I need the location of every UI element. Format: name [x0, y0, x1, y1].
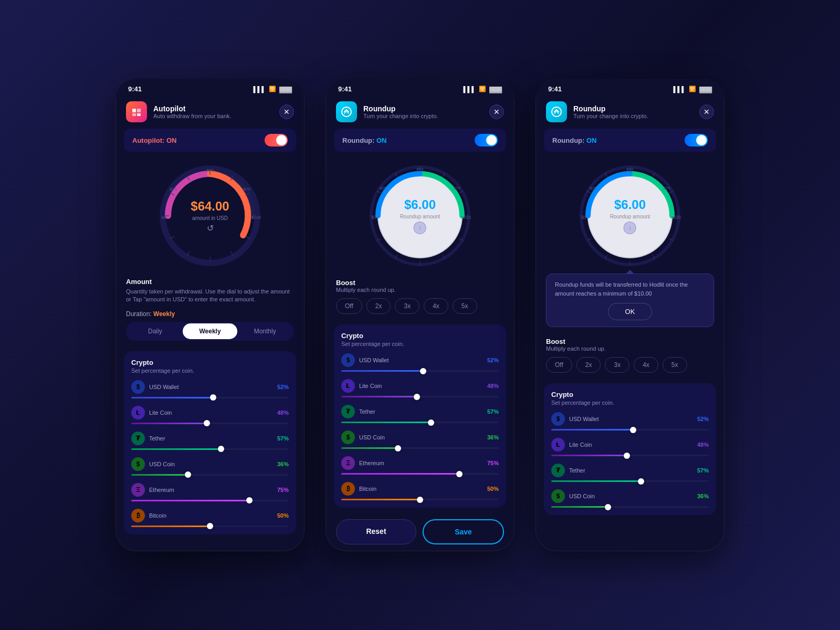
- crypto-section-3: Crypto Set percentage per coin. $ USD Wa…: [544, 383, 716, 515]
- btc-thumb-1[interactable]: [207, 523, 213, 529]
- usdc-pct-3: 36%: [697, 493, 709, 499]
- app-title-3: Roundup: [573, 104, 693, 113]
- status-bar-3: 9:41 ▌▌▌ 🛜 ▓▓▓: [536, 79, 724, 97]
- close-button-3[interactable]: ✕: [699, 104, 714, 119]
- usdc-slider-3[interactable]: [551, 506, 709, 508]
- tether-name-1: Tether: [149, 435, 273, 442]
- lite-coin-icon-3: Ł: [551, 438, 565, 452]
- toggle-switch-3[interactable]: [685, 134, 708, 146]
- dial-section-3: $0 $50 $25 $75 $100: [536, 158, 724, 274]
- usd-wallet-thumb-2[interactable]: [420, 368, 426, 374]
- dial-amount-3[interactable]: $6.00: [610, 197, 650, 213]
- boost-5x-2[interactable]: 5x: [453, 298, 477, 314]
- tooltip-text-3: Roundup funds will be transferred to Hod…: [555, 280, 705, 298]
- app-title-2: Roundup: [363, 104, 483, 113]
- app-subtitle-2: Turn your change into crypto.: [363, 113, 483, 119]
- eth-pct-1: 75%: [277, 487, 289, 493]
- usd-wallet-slider-3[interactable]: [551, 429, 709, 430]
- usdc-thumb-1[interactable]: [185, 471, 191, 478]
- boost-off-3[interactable]: Off: [546, 357, 572, 373]
- reset-button-2[interactable]: Reset: [336, 519, 416, 544]
- tether-slider-3[interactable]: [551, 480, 709, 482]
- lite-coin-slider-1[interactable]: [131, 423, 289, 424]
- app-title-group-1: Autopilot Auto withdraw from your bank.: [153, 104, 273, 119]
- dial-container-3[interactable]: $0 $50 $25 $75 $100: [578, 163, 682, 268]
- eth-icon-1: Ξ: [131, 483, 145, 497]
- app-icon-roundup-2: [336, 101, 357, 122]
- toggle-row-3: Roundup: ON: [544, 129, 716, 152]
- boost-buttons-2: Off 2x 3x 4x 5x: [336, 298, 504, 314]
- lite-coin-name-1: Lite Coin: [149, 410, 273, 416]
- close-button-1[interactable]: ✕: [279, 104, 294, 119]
- lite-coin-thumb-1[interactable]: [204, 420, 210, 426]
- crypto-section-2: Crypto Set percentage per coin. $ USD Wa…: [334, 324, 506, 508]
- boost-3x-3[interactable]: 3x: [605, 357, 629, 373]
- reset-icon-1[interactable]: ↺: [191, 223, 229, 233]
- tab-weekly[interactable]: Weekly: [183, 323, 238, 339]
- crypto-item-usd-3: $ USD Wallet 52%: [551, 412, 709, 430]
- boost-4x-3[interactable]: 4x: [634, 357, 658, 373]
- battery-icon-2: ▓▓▓: [489, 86, 502, 92]
- crypto-title-3: Crypto: [551, 391, 709, 398]
- dial-container-2[interactable]: $0 $50 $25 $75 $100: [368, 163, 472, 268]
- usd-wallet-thumb-3[interactable]: [630, 427, 636, 433]
- app-subtitle-1: Auto withdraw from your bank.: [153, 113, 273, 119]
- btc-thumb-2[interactable]: [417, 497, 423, 503]
- btc-icon-2: ₿: [341, 482, 355, 496]
- dial-container-1[interactable]: $0 $50 $25 $75 $100 $64.00 amount in USD…: [158, 163, 262, 268]
- tether-thumb-2[interactable]: [428, 419, 434, 426]
- usdc-slider-2[interactable]: [341, 447, 499, 449]
- usdc-slider-1[interactable]: [131, 474, 289, 476]
- eth-thumb-1[interactable]: [246, 497, 253, 503]
- btc-slider-2[interactable]: [341, 499, 499, 500]
- tether-thumb-3[interactable]: [638, 478, 644, 485]
- usd-wallet-icon-2: $: [341, 353, 355, 367]
- tab-daily[interactable]: Daily: [128, 323, 183, 339]
- tether-slider-2[interactable]: [341, 422, 499, 423]
- usd-wallet-slider-1[interactable]: [131, 397, 289, 398]
- tooltip-ok-button-3[interactable]: OK: [608, 303, 653, 320]
- lite-coin-pct-2: 48%: [487, 383, 499, 389]
- btc-slider-1[interactable]: [131, 526, 289, 527]
- crypto-sub-1: Set percentage per coin.: [131, 368, 289, 374]
- boost-3x-2[interactable]: 3x: [395, 298, 419, 314]
- lite-coin-thumb-3[interactable]: [624, 453, 630, 459]
- info-button-2[interactable]: i: [414, 222, 426, 234]
- usdc-name-1: USD Coin: [149, 461, 273, 467]
- boost-5x-3[interactable]: 5x: [663, 357, 687, 373]
- boost-off-2[interactable]: Off: [336, 298, 362, 314]
- tether-slider-1[interactable]: [131, 448, 289, 450]
- info-button-3[interactable]: i: [624, 222, 636, 234]
- dial-amount-2[interactable]: $6.00: [400, 197, 440, 213]
- usdc-thumb-2[interactable]: [395, 445, 401, 452]
- crypto-sub-3: Set percentage per coin.: [551, 400, 709, 406]
- lite-coin-thumb-2[interactable]: [414, 394, 420, 400]
- tether-thumb-1[interactable]: [218, 446, 224, 452]
- wifi-icon: 🛜: [269, 86, 276, 92]
- crypto-title-1: Crypto: [131, 359, 289, 366]
- amount-desc-1: Amount Quantity taken per withdrawal. Us…: [116, 274, 304, 310]
- usd-wallet-thumb-1[interactable]: [210, 394, 216, 401]
- save-button-2[interactable]: Save: [423, 519, 504, 544]
- usdc-thumb-3[interactable]: [605, 504, 611, 510]
- crypto-item-usd-2: $ USD Wallet 52%: [341, 353, 499, 372]
- status-bar-2: 9:41 ▌▌▌ 🛜 ▓▓▓: [326, 79, 514, 97]
- boost-4x-2[interactable]: 4x: [424, 298, 448, 314]
- eth-slider-1[interactable]: [131, 500, 289, 501]
- usd-wallet-slider-2[interactable]: [341, 370, 499, 372]
- lite-coin-slider-3[interactable]: [551, 455, 709, 456]
- close-button-2[interactable]: ✕: [489, 104, 504, 119]
- tether-name-2: Tether: [359, 408, 483, 415]
- lite-coin-slider-2[interactable]: [341, 396, 499, 397]
- boost-2x-2[interactable]: 2x: [366, 298, 391, 314]
- svg-rect-2: [132, 113, 136, 116]
- tab-monthly[interactable]: Monthly: [237, 323, 292, 339]
- amount-text-1: Quantity taken per withdrawal. Use the d…: [126, 288, 294, 304]
- eth-slider-2[interactable]: [341, 473, 499, 475]
- toggle-row-1: Autopilot: ON: [124, 129, 296, 152]
- dial-amount-1[interactable]: $64.00: [191, 199, 229, 214]
- boost-2x-3[interactable]: 2x: [576, 357, 601, 373]
- eth-thumb-2[interactable]: [456, 471, 463, 477]
- toggle-switch-1[interactable]: [265, 134, 288, 146]
- toggle-switch-2[interactable]: [475, 134, 498, 146]
